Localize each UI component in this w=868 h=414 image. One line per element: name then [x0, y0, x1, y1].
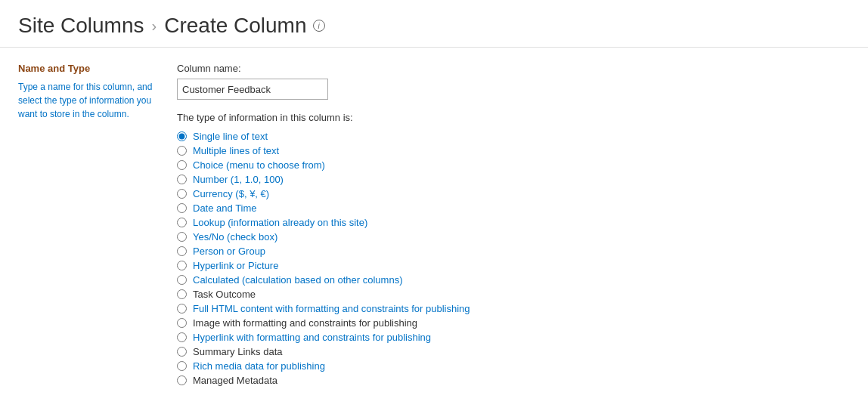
radio-label-opt_richmedia[interactable]: Rich media data for publishing [193, 360, 325, 372]
content-area: Name and Type Type a name for this colum… [0, 48, 868, 401]
radio-input-opt_person[interactable] [177, 246, 187, 256]
radio-label-opt_image[interactable]: Image with formatting and constraints fo… [193, 317, 417, 329]
radio-label-opt_hyperlink[interactable]: Hyperlink or Picture [193, 260, 278, 271]
breadcrumb-separator: › [152, 17, 157, 35]
radio-input-opt_number[interactable] [177, 175, 187, 184]
radio-item[interactable]: Currency ($, ¥, €) [177, 188, 850, 199]
radio-input-opt_calculated[interactable] [177, 275, 187, 285]
radio-label-opt_yesno[interactable]: Yes/No (check box) [193, 231, 277, 243]
column-name-label: Column name: [177, 63, 850, 74]
radio-label-opt_managed[interactable]: Managed Metadata [193, 375, 277, 386]
radio-item[interactable]: Multiple lines of text [177, 145, 850, 156]
radio-item[interactable]: Single line of text [177, 131, 850, 142]
radio-input-opt_managed[interactable] [177, 375, 187, 385]
radio-item[interactable]: Choice (menu to choose from) [177, 159, 850, 171]
radio-input-opt_datetime[interactable] [177, 203, 187, 213]
radio-item[interactable]: Managed Metadata [177, 375, 850, 386]
radio-label-opt_multi_line[interactable]: Multiple lines of text [193, 145, 279, 156]
type-info-label: The type of information in this column i… [177, 112, 850, 123]
radio-label-opt_choice[interactable]: Choice (menu to choose from) [193, 159, 325, 171]
radio-label-opt_number[interactable]: Number (1, 1.0, 100) [193, 174, 284, 185]
breadcrumb-create-column: Create Column [164, 14, 306, 38]
main-panel: Column name: The type of information in … [177, 63, 850, 386]
radio-item[interactable]: Person or Group [177, 246, 850, 257]
radio-item[interactable]: Number (1, 1.0, 100) [177, 174, 850, 185]
radio-item[interactable]: Hyperlink with formatting and constraint… [177, 332, 850, 343]
radio-label-opt_single_line[interactable]: Single line of text [193, 131, 268, 142]
page-header: Site Columns › Create Column i [0, 0, 868, 48]
radio-input-opt_richmedia[interactable] [177, 361, 187, 371]
radio-label-opt_datetime[interactable]: Date and Time [193, 202, 257, 214]
radio-input-opt_choice[interactable] [177, 160, 187, 170]
radio-item[interactable]: Hyperlink or Picture [177, 260, 850, 271]
radio-label-opt_currency[interactable]: Currency ($, ¥, €) [193, 188, 269, 199]
column-name-input[interactable] [177, 79, 328, 100]
radio-input-opt_yesno[interactable] [177, 232, 187, 242]
radio-input-opt_currency[interactable] [177, 189, 187, 199]
radio-item[interactable]: Yes/No (check box) [177, 231, 850, 243]
radio-label-opt_lookup[interactable]: Lookup (information already on this site… [193, 217, 367, 228]
radio-group: Single line of textMultiple lines of tex… [177, 131, 850, 386]
radio-label-opt_summary[interactable]: Summary Links data [193, 346, 283, 357]
radio-input-opt_task[interactable] [177, 289, 187, 299]
radio-item[interactable]: Rich media data for publishing [177, 360, 850, 372]
left-panel-description: Type a name for this column, and select … [18, 80, 162, 121]
radio-item[interactable]: Task Outcome [177, 289, 850, 300]
radio-input-opt_hyperlink2[interactable] [177, 332, 187, 342]
radio-item[interactable]: Date and Time [177, 202, 850, 214]
radio-label-opt_task[interactable]: Task Outcome [193, 289, 256, 300]
radio-input-opt_hyperlink[interactable] [177, 261, 187, 270]
breadcrumb-site-columns: Site Columns [18, 14, 144, 38]
radio-input-opt_single_line[interactable] [177, 131, 187, 141]
info-icon[interactable]: i [313, 20, 325, 32]
radio-input-opt_lookup[interactable] [177, 218, 187, 227]
radio-input-opt_image[interactable] [177, 318, 187, 328]
radio-item[interactable]: Calculated (calculation based on other c… [177, 274, 850, 286]
radio-label-opt_calculated[interactable]: Calculated (calculation based on other c… [193, 274, 403, 286]
radio-item[interactable]: Summary Links data [177, 346, 850, 357]
left-panel: Name and Type Type a name for this colum… [18, 63, 177, 386]
radio-label-opt_person[interactable]: Person or Group [193, 246, 265, 257]
radio-input-opt_multi_line[interactable] [177, 146, 187, 156]
radio-item[interactable]: Lookup (information already on this site… [177, 217, 850, 228]
radio-label-opt_hyperlink2[interactable]: Hyperlink with formatting and constraint… [193, 332, 431, 343]
left-panel-title: Name and Type [18, 63, 162, 74]
radio-item[interactable]: Image with formatting and constraints fo… [177, 317, 850, 329]
radio-input-opt_summary[interactable] [177, 347, 187, 357]
radio-label-opt_fullhtml[interactable]: Full HTML content with formatting and co… [193, 303, 470, 314]
radio-item[interactable]: Full HTML content with formatting and co… [177, 303, 850, 314]
radio-input-opt_fullhtml[interactable] [177, 304, 187, 314]
